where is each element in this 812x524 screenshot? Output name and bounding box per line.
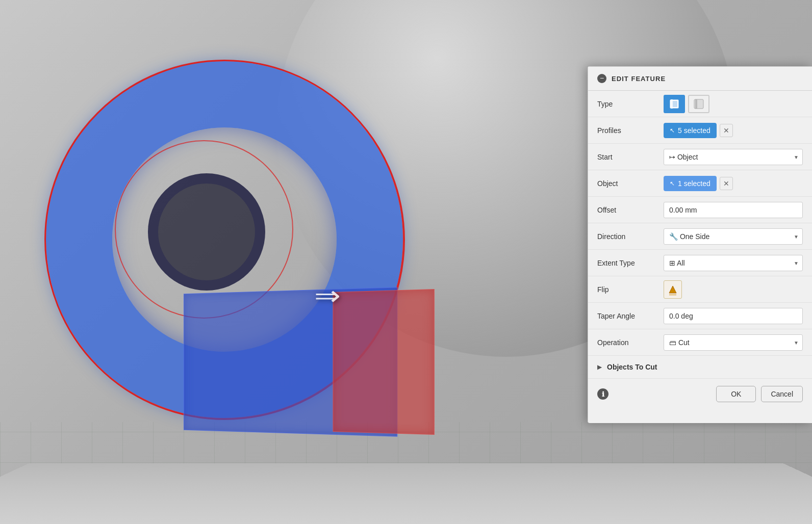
expand-arrow-icon: ▶ xyxy=(597,363,602,371)
object-control: ↖ 1 selected ✕ xyxy=(664,176,803,191)
svg-rect-4 xyxy=(695,99,697,109)
extent-type-label: Extent Type xyxy=(597,259,664,267)
object-clear-button[interactable]: ✕ xyxy=(720,177,733,190)
flip-icon xyxy=(667,284,678,295)
collapse-icon[interactable] xyxy=(597,74,606,83)
offset-label: Offset xyxy=(597,206,664,214)
object-label: Object xyxy=(597,179,664,188)
direction-dropdown-wrapper: 🔧 One Side Two Sides Symmetric ▼ xyxy=(664,228,803,245)
profiles-control: ↖ 5 selected ✕ xyxy=(664,123,803,138)
flip-label: Flip xyxy=(597,285,664,294)
3d-arrow-icon: ⇒ xyxy=(314,280,341,311)
direction-row: Direction 🔧 One Side Two Sides Symmetric… xyxy=(588,223,812,250)
operation-dropdown[interactable]: 🗃 Cut Join New Body Intersect xyxy=(664,334,803,351)
profiles-selected-button[interactable]: ↖ 5 selected xyxy=(664,123,717,138)
profiles-row: Profiles ↖ 5 selected ✕ xyxy=(588,117,812,144)
taper-angle-input[interactable] xyxy=(664,308,803,324)
type-label: Type xyxy=(597,100,664,108)
flip-button[interactable] xyxy=(664,280,682,299)
extent-type-control: ⊞ All Distance To Object Through All ▼ xyxy=(664,255,803,271)
object-selected-text: 1 selected xyxy=(678,179,711,188)
offset-row: Offset xyxy=(588,197,812,223)
object-selected-button[interactable]: ↖ 1 selected xyxy=(664,176,717,191)
type-button-2[interactable] xyxy=(688,95,709,113)
inner-circle xyxy=(148,173,265,291)
direction-control: 🔧 One Side Two Sides Symmetric ▼ xyxy=(664,228,803,245)
start-dropdown-wrapper: ↦ Object Profile Plane Offset ▼ xyxy=(664,149,803,165)
type-row: Type xyxy=(588,91,812,117)
flip-row: Flip xyxy=(588,276,812,303)
extrusion-red xyxy=(333,289,435,435)
profiles-label: Profiles xyxy=(597,126,664,135)
operation-row: Operation 🗃 Cut Join New Body Intersect … xyxy=(588,329,812,356)
info-symbol: ℹ xyxy=(602,390,604,398)
operation-control: 🗃 Cut Join New Body Intersect ▼ xyxy=(664,334,803,351)
operation-dropdown-wrapper: 🗃 Cut Join New Body Intersect ▼ xyxy=(664,334,803,351)
panel-body: Type Profiles xyxy=(588,91,812,379)
info-icon[interactable]: ℹ xyxy=(597,388,608,400)
extent-type-row: Extent Type ⊞ All Distance To Object Thr… xyxy=(588,250,812,276)
object-row: Object ↖ 1 selected ✕ xyxy=(588,170,812,197)
flip-control xyxy=(664,280,803,299)
extent-type-dropdown[interactable]: ⊞ All Distance To Object Through All xyxy=(664,255,803,271)
cursor-icon: ↖ xyxy=(670,127,675,134)
ok-button[interactable]: OK xyxy=(716,386,756,402)
taper-angle-label: Taper Angle xyxy=(597,312,664,320)
panel-title: EDIT FEATURE xyxy=(612,75,666,83)
type-control xyxy=(664,95,803,113)
cancel-button[interactable]: Cancel xyxy=(761,386,803,402)
object-cursor-icon: ↖ xyxy=(670,180,675,187)
direction-dropdown[interactable]: 🔧 One Side Two Sides Symmetric xyxy=(664,228,803,245)
operation-label: Operation xyxy=(597,338,664,347)
type-button-1[interactable] xyxy=(664,95,685,113)
start-control: ↦ Object Profile Plane Offset ▼ xyxy=(664,149,803,165)
profiles-selected-text: 5 selected xyxy=(678,126,711,135)
type-icon-1 xyxy=(669,98,680,110)
panel-footer: ℹ OK Cancel xyxy=(588,379,812,409)
direction-label: Direction xyxy=(597,232,664,241)
offset-control xyxy=(664,202,803,218)
offset-input[interactable] xyxy=(664,202,803,218)
panel-header: EDIT FEATURE xyxy=(588,67,812,91)
svg-rect-2 xyxy=(671,99,673,109)
svg-marker-5 xyxy=(669,286,676,293)
taper-angle-control xyxy=(664,308,803,324)
objects-to-cut-row[interactable]: ▶ Objects To Cut xyxy=(588,356,812,379)
start-row: Start ↦ Object Profile Plane Offset ▼ xyxy=(588,144,812,170)
taper-angle-row: Taper Angle xyxy=(588,303,812,329)
objects-to-cut-label: Objects To Cut xyxy=(607,363,657,371)
start-label: Start xyxy=(597,153,664,161)
type-icon-2 xyxy=(693,98,704,110)
3d-shape-area: ⇒ xyxy=(15,41,444,459)
edit-feature-panel: EDIT FEATURE Type xyxy=(588,66,812,423)
extent-type-dropdown-wrapper: ⊞ All Distance To Object Through All ▼ xyxy=(664,255,803,271)
profiles-clear-button[interactable]: ✕ xyxy=(720,124,733,137)
start-dropdown[interactable]: ↦ Object Profile Plane Offset xyxy=(664,149,803,165)
